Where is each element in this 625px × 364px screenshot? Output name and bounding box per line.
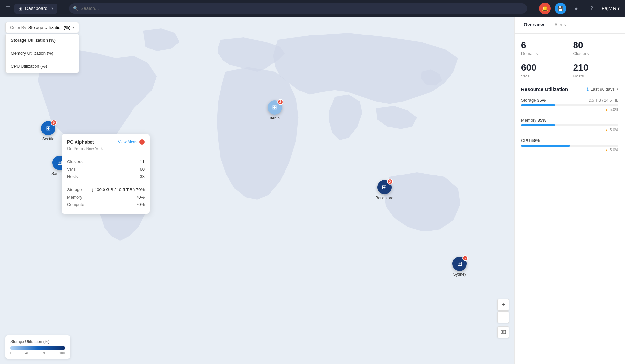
marker-label-berlin: Berlin [270, 116, 280, 120]
resource-row-storage-header: Storage 35% 2.5 TiB / 24.5 TiB [521, 97, 618, 103]
popup-header: PC Alphabet View Alerts 1 [67, 139, 145, 145]
stat-number-clusters: 80 [573, 40, 619, 50]
marker-badge-bangalore: 2 [387, 179, 393, 185]
stat-label-clusters: Clusters [573, 51, 619, 56]
panel-body: 6 Domains 80 Clusters 600 VMs 210 Hosts [515, 34, 625, 164]
marker-icon: ⊞ [46, 125, 51, 132]
tab-overview[interactable]: Overview [521, 17, 547, 33]
stat-number-domains: 6 [521, 40, 567, 50]
popup-divider [67, 155, 145, 155]
resource-row-cpu-footer: ▲ 5.0% [521, 148, 618, 152]
popup-card: PC Alphabet View Alerts 1 On-Prem . New … [62, 134, 150, 214]
resource-row-cpu: CPU 50% ▲ 5.0% [521, 137, 618, 152]
popup-label-memory: Memory [67, 195, 82, 200]
popup-row-vms: VMs 60 [67, 165, 145, 173]
memory-bar-fill [521, 124, 555, 126]
marker-bangalore[interactable]: ⊞ 2 Bangalore [375, 180, 393, 200]
resource-row-memory-header: Memory 35% [521, 117, 618, 123]
popup-label-vms: VMs [67, 167, 76, 172]
search-container: 🔍 [69, 3, 527, 14]
legend-t2: 70 [42, 351, 46, 355]
color-by-label: Color By [10, 25, 26, 30]
dashboard-label: Dashboard [25, 6, 48, 11]
popup-label-hosts: Hosts [67, 174, 78, 179]
popup-row-hosts: Hosts 33 [67, 173, 145, 180]
hamburger-menu[interactable]: ☰ [5, 5, 10, 12]
marker-badge-berlin: 3 [277, 99, 283, 105]
resource-info-icon: ℹ [587, 87, 589, 91]
color-by-button[interactable]: Color By Storage Utilization (%) ▾ [5, 22, 79, 33]
popup-row-memory: Memory 70% [67, 193, 145, 201]
resource-row-memory: Memory 35% ▲ 5.0% [521, 117, 618, 132]
stat-domains: 6 Domains [521, 40, 567, 56]
dashboard-brand[interactable]: ⊞ Dashboard ▾ [14, 4, 57, 14]
resource-pct-memory: 35% [538, 118, 546, 123]
marker-icon: ⊞ [272, 104, 277, 111]
resource-label-memory: Memory [521, 118, 538, 123]
storage-trend-value: 5.0% [610, 107, 618, 112]
color-by-option-cpu[interactable]: CPU Utilization (%) [6, 60, 79, 73]
color-by-option-storage[interactable]: Storage Utilization (%) [6, 34, 79, 47]
resource-pct-cpu: 50% [531, 138, 540, 143]
popup-row-clusters: Clusters 11 [67, 158, 145, 165]
marker-label-sydney: Sydney [453, 272, 466, 277]
popup-value-memory: 70% [136, 195, 145, 200]
stat-hosts: 210 Hosts [573, 63, 619, 78]
resource-pct-storage: 35% [537, 98, 546, 103]
memory-bar-track [521, 124, 618, 126]
main-layout: Color By Storage Utilization (%) ▾ Stora… [0, 17, 625, 364]
popup-view-alerts[interactable]: View Alerts 1 [118, 139, 145, 145]
color-by-value: Storage Utilization (%) [28, 25, 70, 30]
panel-tabs: Overview Alerts [515, 17, 625, 34]
legend-bar [10, 346, 65, 350]
svg-rect-1 [501, 330, 506, 334]
help-button[interactable]: ? [586, 3, 598, 14]
marker-icon: ⊞ [382, 184, 387, 191]
popup-view-alerts-label: View Alerts [118, 140, 137, 144]
memory-trend-value: 5.0% [610, 128, 618, 132]
marker-seattle[interactable]: ⊞ 5 Seattle [41, 121, 55, 141]
marker-label-bangalore: Bangalore [375, 196, 393, 200]
popup-subtitle: On-Prem . New York [67, 147, 145, 151]
right-panel: Overview Alerts 6 Domains 80 Clusters 60… [514, 17, 625, 364]
storage-trend-icon: ▲ [605, 108, 608, 112]
legend-max: 100 [59, 351, 65, 355]
color-by-container: Color By Storage Utilization (%) ▾ Stora… [5, 22, 79, 73]
color-by-chevron-icon: ▾ [72, 25, 74, 30]
cpu-bar-fill [521, 145, 570, 147]
color-by-dropdown: Storage Utilization (%) Memory Utilizati… [5, 34, 79, 73]
marker-berlin[interactable]: ⊞ 3 Berlin [268, 100, 282, 120]
resource-row-storage: Storage 35% 2.5 TiB / 24.5 TiB ▲ 5.0% [521, 97, 618, 112]
resource-utilization-header: Resource Utilization ℹ Last 90 days ▾ [521, 86, 618, 92]
zoom-in-button[interactable]: + [497, 299, 509, 311]
resource-label-storage: Storage [521, 98, 537, 103]
stat-label-vms: VMs [521, 74, 567, 78]
resource-period-chevron-icon: ▾ [617, 87, 618, 91]
resource-title: Resource Utilization [521, 86, 568, 92]
search-input[interactable] [69, 3, 527, 14]
brand-chevron-icon: ▾ [51, 6, 53, 11]
resource-period-selector[interactable]: ℹ Last 90 days ▾ [587, 87, 618, 91]
popup-label-clusters: Clusters [67, 159, 83, 164]
popup-label-storage: Storage [67, 187, 82, 192]
map-area: Color By Storage Utilization (%) ▾ Stora… [0, 17, 514, 364]
favorites-button[interactable]: ★ [570, 3, 582, 14]
cpu-trend-icon: ▲ [605, 148, 608, 152]
marker-label-seattle: Seattle [42, 137, 54, 141]
legend-title: Storage Utilization (%) [10, 339, 65, 344]
stat-number-hosts: 210 [573, 63, 619, 73]
notifications-button[interactable]: 🔔 [539, 3, 551, 14]
save-button[interactable]: 💾 [555, 3, 566, 14]
map-screenshot-button[interactable] [497, 326, 509, 338]
tab-alerts[interactable]: Alerts [552, 17, 569, 33]
map-controls: + − [497, 299, 509, 338]
storage-bar-fill [521, 104, 555, 106]
marker-sydney[interactable]: ⊞ 5 Sydney [452, 257, 467, 277]
stat-label-domains: Domains [521, 51, 567, 56]
user-menu[interactable]: Rajiv R ▾ [602, 6, 620, 11]
popup-value-compute: 70% [136, 202, 145, 207]
color-by-option-memory[interactable]: Memory Utilization (%) [6, 47, 79, 60]
zoom-out-button[interactable]: − [497, 311, 509, 323]
screenshot-icon [501, 329, 506, 335]
resource-detail-storage: 2.5 TiB / 24.5 TiB [589, 98, 618, 103]
